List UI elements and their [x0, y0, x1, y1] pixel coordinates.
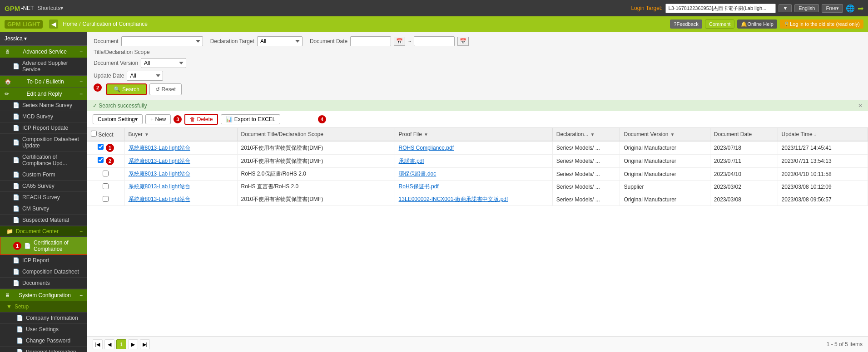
buyer-filter-icon[interactable]: ▼ [144, 132, 149, 137]
proof-file-link[interactable]: RoHS保証书.pdf [399, 183, 439, 190]
th-date-label: Document Date [714, 131, 752, 137]
delete-btn[interactable]: 🗑 Delete [184, 114, 218, 125]
cell-buyer: 系統廠8013-Lab light站台 [124, 141, 237, 155]
proof-filter-icon[interactable]: ▼ [424, 132, 428, 137]
row-checkbox[interactable] [98, 157, 104, 163]
buyer-link[interactable]: 系統廠8013-Lab light站台 [129, 196, 190, 202]
proof-file-link[interactable]: ROHS Compliance.pdf [399, 145, 454, 151]
document-version-select[interactable]: All [141, 58, 186, 68]
next-page-btn[interactable]: ▶ [128, 339, 138, 349]
last-page-btn[interactable]: ▶| [140, 339, 150, 349]
gpm-light-logo: GPM LIGHT [7, 21, 40, 28]
sidebar-item-advanced-supplier-service[interactable]: 📄 Advanced Supplier Service [0, 58, 87, 75]
proof-file-link[interactable]: 承諾書.pdf [399, 158, 424, 164]
sidebar-item-composition-datasheet[interactable]: 📄 Composition Datasheet [0, 266, 87, 278]
custom-setting-btn[interactable]: Custom Setting▾ [93, 114, 143, 124]
buyer-link[interactable]: 系統廠8013-Lab light站台 [129, 171, 190, 177]
sidebar-item-cm-survey[interactable]: 📄 CM Survey [0, 203, 87, 215]
sidebar-collapse-btn[interactable]: ◀ [49, 20, 58, 29]
proof-file-link[interactable]: 環保保證書.doc [399, 171, 436, 177]
old-site-btn[interactable]: 🔒Log in to the old site (read only) [780, 20, 863, 29]
sidebar-item-suspected-material[interactable]: 📄 Suspected Material [0, 215, 87, 226]
row-checkbox[interactable] [98, 144, 104, 150]
sidebar-item-icp-report-update[interactable]: 📄 ICP Report Update [0, 122, 87, 134]
date-from-input[interactable] [350, 36, 391, 46]
item-label: REACH Survey [22, 194, 60, 200]
th-declaration-filter: Declaration... ▼ [556, 131, 616, 137]
globe-icon[interactable]: 🌐 [846, 4, 855, 13]
date-from-calendar-btn[interactable]: 📅 [394, 37, 405, 46]
buyer-link[interactable]: 系統廠8013-Lab light站台 [129, 145, 190, 151]
sidebar-item-certification-compliance[interactable]: 1 📄 Certification of Compliance [0, 237, 87, 255]
row-checkbox[interactable] [103, 171, 109, 176]
item-label: Advanced Supplier Service [22, 60, 83, 73]
sidebar-item-user-settings[interactable]: 📄 User Settings [0, 324, 87, 335]
shortcuts-menu[interactable]: Shortcuts▾ [37, 5, 63, 11]
sidebar-item-company-information[interactable]: 📄 Company Information [0, 313, 87, 324]
step2-badge: 2 [94, 83, 102, 92]
dot-net-text: ▪NET [21, 5, 34, 11]
section-document-center-header[interactable]: 📁 Document Center − [0, 226, 87, 237]
sidebar-subsection-setup[interactable]: ▼ Setup [0, 301, 87, 313]
language-btn[interactable]: English [794, 4, 819, 12]
document-label: Document [94, 38, 119, 44]
document-select[interactable] [121, 36, 203, 46]
user-menu[interactable]: Jessica ▾ [0, 32, 87, 46]
select-all-checkbox[interactable] [91, 131, 97, 137]
declaration-filter-icon[interactable]: ▼ [590, 132, 595, 137]
sidebar-item-composition-datasheet-update[interactable]: 📄 Composition Datasheet Update [0, 134, 87, 152]
sidebar-item-icp-report[interactable]: 📄 ICP Report [0, 255, 87, 266]
row-checkbox[interactable] [103, 183, 109, 189]
version-filter-icon[interactable]: ▼ [670, 132, 675, 137]
plan-btn[interactable]: Free▾ [822, 4, 843, 13]
row-checkbox[interactable] [103, 196, 109, 202]
reset-btn[interactable]: ↺ Reset [149, 83, 182, 95]
section-advanced-service-header[interactable]: 🖥 Advanced Service − [0, 46, 87, 58]
section-system-config-header[interactable]: 🖥 System Configuration − [0, 289, 87, 301]
home-icon: 🏠 [5, 78, 11, 85]
online-help-btn[interactable]: 🔔Online Help [737, 20, 777, 29]
cell-document-date: 2023/04/10 [710, 168, 778, 181]
buyer-link[interactable]: 系統廠8013-Lab light站台 [129, 158, 190, 164]
step4-badge: 4 [318, 115, 326, 123]
prev-page-btn[interactable]: ◀ [104, 339, 114, 349]
sidebar-item-documents[interactable]: 📄 Documents [0, 278, 87, 289]
sidebar-item-change-password[interactable]: 📄 Change Password [0, 335, 87, 347]
date-to-input[interactable] [414, 36, 455, 46]
sidebar-item-ca65-survey[interactable]: 📄 CA65 Survey [0, 181, 87, 192]
sidebar-item-mcd-survey[interactable]: 📄 MCD Survey [0, 111, 87, 122]
comment-btn[interactable]: Comment [705, 20, 735, 29]
feedback-btn[interactable]: ?Feedback [670, 20, 702, 29]
th-buyer-filter: Buyer ▼ [129, 131, 233, 137]
th-declaration: Declaration... ▼ [552, 128, 620, 141]
item-label: Documents [22, 280, 50, 286]
page-1-btn[interactable]: 1 [116, 339, 126, 349]
sidebar-item-custom-form[interactable]: 📄 Custom Form [0, 169, 87, 181]
sidebar-item-reach-survey[interactable]: 📄 REACH Survey [0, 192, 87, 203]
item-label: Company Information [26, 315, 78, 321]
buyer-link[interactable]: 系統廠8013-Lab light站台 [129, 183, 190, 190]
new-btn[interactable]: + New [145, 114, 171, 124]
dropdown-btn[interactable]: ▼ [779, 4, 792, 12]
login-target-dropdown[interactable]: L3-1678122360953[杰西卡電子廚(Lab ligh... [665, 4, 776, 13]
date-to-calendar-btn[interactable]: 📅 [457, 37, 469, 46]
cell-document-version: Original Manufacturer [620, 193, 710, 206]
search-btn[interactable]: 🔍 Search [106, 83, 147, 95]
declaration-target-select[interactable]: All [257, 36, 303, 46]
update-date-select[interactable]: All [127, 71, 163, 81]
first-page-btn[interactable]: |◀ [93, 339, 103, 349]
success-close-btn[interactable]: ✕ [858, 103, 863, 109]
section-edit-reply-header[interactable]: ✏ Edit and Reply − [0, 88, 87, 100]
sidebar-item-certification-compliance-update[interactable]: 📄 Certification of Compliance Upd... [0, 152, 87, 169]
update-sort-icon[interactable]: ↓ [814, 132, 816, 137]
file-icon: 📄 [13, 257, 20, 264]
th-version-filter: Document Version ▼ [624, 131, 706, 137]
breadcrumb-home[interactable]: Home [63, 21, 77, 27]
section-document-center: 📁 Document Center − 1 📄 Certification of… [0, 226, 87, 289]
section-todo-header[interactable]: 🏠 To-Do / Bulletin − [0, 76, 87, 88]
logout-icon[interactable]: ➡ [858, 4, 863, 13]
sidebar-item-series-name-survey[interactable]: 📄 Series Name Survey [0, 100, 87, 111]
proof-file-link[interactable]: 13LE000002-INCX001-廠商承諾書中文版.pdf [399, 196, 508, 202]
export-btn[interactable]: 📊 Export to EXCEL [221, 114, 280, 124]
sidebar-item-personal-information[interactable]: 📄 Personal Information [0, 347, 87, 352]
